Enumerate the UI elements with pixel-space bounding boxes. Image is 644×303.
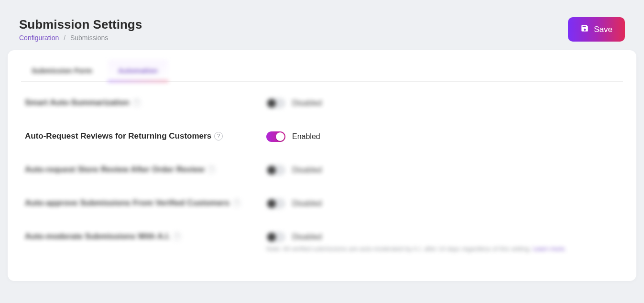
setting-label: Auto-Request Reviews for Returning Custo… <box>25 131 211 141</box>
help-icon[interactable]: ? <box>214 132 223 141</box>
help-icon[interactable]: ? <box>132 98 141 107</box>
help-icon[interactable]: ? <box>232 199 241 207</box>
breadcrumb-current: Submissions <box>70 34 108 42</box>
setting-label: Auto-approve Submissions From Verified C… <box>25 198 229 208</box>
toggle-auto-moderate-ai[interactable] <box>266 232 285 242</box>
breadcrumb-parent-link[interactable]: Configuration <box>19 34 59 42</box>
save-icon <box>580 24 589 35</box>
help-icon[interactable]: ? <box>207 165 216 174</box>
save-button[interactable]: Save <box>568 17 625 42</box>
toggle-state-label: Disabled <box>292 99 322 108</box>
breadcrumb-separator: / <box>64 34 65 42</box>
toggle-state-label: Enabled <box>292 132 320 141</box>
breadcrumb: Configuration / Submissions <box>19 34 142 42</box>
toggle-auto-approve-verified[interactable] <box>266 198 285 209</box>
help-icon[interactable]: ? <box>173 232 181 241</box>
setting-label: Smart Auto-Summarization <box>25 98 130 108</box>
page-title: Submission Settings <box>19 17 142 32</box>
setting-row-smart-auto-summarization: Smart Auto-Summarization ? Disabled <box>21 87 623 120</box>
setting-label: Auto-request Store Review After Order Re… <box>25 165 204 174</box>
toggle-auto-request-returning[interactable] <box>266 131 285 142</box>
setting-row-auto-request-store-review: Auto-request Store Review After Order Re… <box>21 153 623 187</box>
tab-submission-form[interactable]: Submission Form <box>21 60 103 81</box>
toggle-auto-request-store-review[interactable] <box>266 165 285 175</box>
setting-row-auto-approve-verified: Auto-approve Submissions From Verified C… <box>21 187 623 220</box>
settings-card: Submission Form Automation Smart Auto-Su… <box>8 50 636 281</box>
setting-note-text: Note: All verified submissions are auto-… <box>266 245 533 252</box>
tabs: Submission Form Automation <box>21 55 623 82</box>
toggle-smart-auto-summarization[interactable] <box>266 98 285 108</box>
toggle-state-label: Disabled <box>292 233 322 241</box>
tab-automation[interactable]: Automation <box>108 60 168 81</box>
setting-row-auto-moderate-ai: Auto-moderate Submissions With A.I. ? Di… <box>21 220 623 264</box>
toggle-state-label: Disabled <box>292 166 322 174</box>
save-button-label: Save <box>594 25 612 34</box>
toggle-state-label: Disabled <box>292 199 322 208</box>
learn-more-link[interactable]: Learn more. <box>533 245 566 252</box>
setting-note: Note: All verified submissions are auto-… <box>266 245 619 252</box>
setting-row-auto-request-returning: Auto-Request Reviews for Returning Custo… <box>21 120 623 153</box>
setting-label: Auto-moderate Submissions With A.I. <box>25 232 170 241</box>
